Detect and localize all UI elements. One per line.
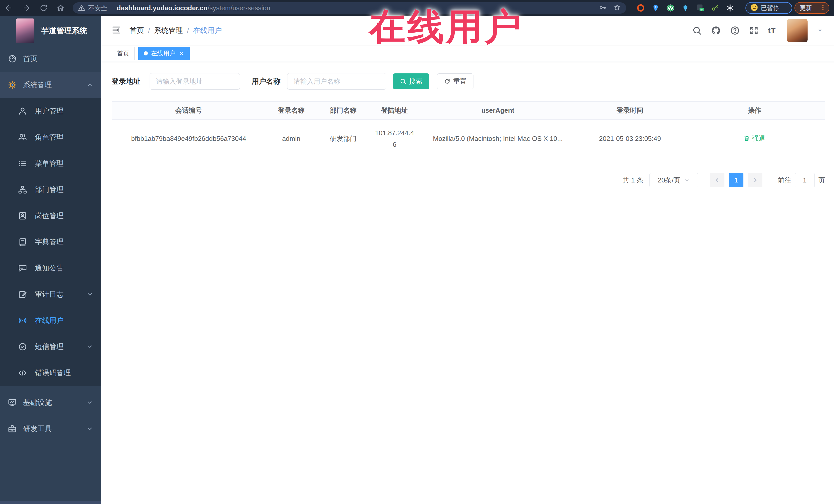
warning-icon[interactable]: [78, 4, 85, 12]
browser-back-icon[interactable]: [3, 3, 14, 13]
sidebar-item-label: 通知公告: [35, 263, 64, 273]
search-button[interactable]: 搜索: [393, 73, 429, 89]
page-content: 登录地址 用户名称 搜索 重置 会话编号登录名称部门名称登陆地址u: [101, 62, 834, 187]
fullscreen-icon[interactable]: [749, 26, 759, 36]
page-size-select[interactable]: 20条/页: [650, 173, 698, 187]
app-logo: [16, 19, 35, 43]
sidebar-item-角色管理[interactable]: 角色管理: [0, 124, 101, 150]
username-label: 用户名称: [252, 76, 281, 86]
sidebar-item-基础设施[interactable]: 基础设施: [0, 390, 101, 416]
extensions-toolbar: en: [636, 3, 735, 13]
search-button-label: 搜索: [409, 77, 422, 86]
breadcrumb: 首页/系统管理/在线用户: [130, 16, 222, 45]
hamburger-icon[interactable]: [111, 25, 123, 36]
search-icon[interactable]: [692, 26, 702, 36]
browser-profile-chip[interactable]: 已暂停: [745, 2, 792, 14]
sidebar-item-字典管理[interactable]: 字典管理: [0, 229, 101, 255]
column-header-登录名称: 登录名称: [266, 102, 317, 119]
cell-login-ip: 101.87.244.46: [370, 119, 420, 158]
sidebar-item-部门管理[interactable]: 部门管理: [0, 177, 101, 203]
cell-department: 研发部门: [317, 119, 370, 158]
tag-active-dot: [144, 51, 148, 56]
column-header-userAgent: userAgent: [420, 102, 576, 119]
column-header-操作: 操作: [684, 102, 825, 119]
caret-down-icon[interactable]: [817, 27, 824, 34]
cell-username: admin: [266, 119, 317, 158]
green-key-extension-icon[interactable]: [710, 3, 720, 13]
browser-chrome: 不安全 dashboard.yudao.iocoder.cn /system/u…: [0, 0, 834, 16]
key-icon[interactable]: [599, 4, 607, 12]
audit-log-icon: [18, 290, 27, 299]
sidebar-item-label: 短信管理: [35, 342, 64, 352]
cell-login-time: 2021-05-03 23:05:49: [576, 119, 684, 158]
kebab-menu-icon[interactable]: [820, 4, 826, 12]
next-page-button[interactable]: [748, 173, 762, 187]
font-size-icon[interactable]: tT: [768, 26, 776, 35]
sidebar-item-label: 菜单管理: [35, 159, 64, 168]
sidebar-item-研发工具[interactable]: 研发工具: [0, 416, 101, 442]
cyan-gem-extension-icon[interactable]: [681, 3, 690, 13]
browser-update-button[interactable]: 更新: [794, 2, 829, 14]
login-address-label: 登录地址: [112, 76, 140, 86]
blue-pin-extension-icon[interactable]: [651, 3, 660, 13]
login-address-input[interactable]: [150, 73, 240, 90]
sidebar-item-在线用户[interactable]: 在线用户: [0, 307, 101, 334]
sidebar-item-label: 错误码管理: [35, 368, 71, 378]
sidebar-item-审计日志[interactable]: 审计日志: [0, 281, 101, 307]
browser-home-icon[interactable]: [55, 3, 66, 13]
dashboard-icon: [8, 54, 17, 63]
user-icon: [18, 107, 27, 116]
sidebar-item-首页[interactable]: 首页: [0, 46, 101, 72]
trash-icon: [743, 135, 750, 141]
sidebar: 芋道管理系统 首页系统管理用户管理角色管理菜单管理部门管理岗位管理字典管理通知公…: [0, 16, 101, 504]
sidebar-item-用户管理[interactable]: 用户管理: [0, 98, 101, 124]
sidebar-item-label: 岗位管理: [35, 211, 64, 221]
browser-forward-icon[interactable]: [21, 3, 32, 13]
sidebar-item-label: 系统管理: [23, 80, 52, 90]
sidebar-item-系统管理[interactable]: 系统管理: [0, 72, 101, 98]
pagination-total: 共 1 条: [622, 176, 643, 185]
page-number-button[interactable]: 1: [729, 173, 743, 187]
sidebar-item-岗位管理[interactable]: 岗位管理: [0, 203, 101, 229]
tag-首页[interactable]: 首页: [112, 47, 135, 60]
sidebar-item-label: 在线用户: [35, 316, 64, 325]
breadcrumb-item-在线用户: 在线用户: [193, 26, 222, 36]
breadcrumb-item-系统管理[interactable]: 系统管理: [154, 26, 183, 36]
green-circle-extension-icon[interactable]: [666, 3, 675, 13]
reset-button[interactable]: 重置: [437, 73, 474, 89]
logo-row[interactable]: 芋道管理系统: [0, 16, 101, 46]
help-icon[interactable]: [730, 26, 740, 36]
tag-在线用户[interactable]: 在线用户: [138, 47, 190, 60]
sidebar-item-短信管理[interactable]: 短信管理: [0, 334, 101, 360]
prev-page-button[interactable]: [710, 173, 724, 187]
user-avatar[interactable]: [787, 19, 808, 42]
username-input[interactable]: [287, 73, 386, 90]
select-caret-icon: [684, 177, 690, 183]
sidebar-item-通知公告[interactable]: 通知公告: [0, 255, 101, 281]
browser-reload-icon[interactable]: [38, 3, 49, 13]
force-logout-label: 强退: [752, 134, 766, 143]
roles-icon: [18, 133, 27, 142]
github-icon[interactable]: [711, 26, 721, 36]
sidebar-item-菜单管理[interactable]: 菜单管理: [0, 150, 101, 177]
goto-page-input[interactable]: [795, 173, 815, 187]
white-asterisk-extension-icon[interactable]: [725, 3, 735, 13]
force-logout-button[interactable]: 强退: [743, 134, 766, 143]
announcement-icon: [18, 264, 27, 273]
online-users-icon: [18, 316, 27, 325]
cell-user-agent: Mozilla/5.0 (Macintosh; Intel Mac OS X 1…: [420, 119, 576, 158]
bookmark-star-icon[interactable]: [613, 4, 621, 12]
profile-status-label: 已暂停: [761, 4, 780, 12]
sidebar-item-错误码管理[interactable]: 错误码管理: [0, 360, 101, 386]
address-bar[interactable]: 不安全 dashboard.yudao.iocoder.cn /system/u…: [73, 2, 626, 14]
table-row: bfbb1ab79ba849e49fb26ddb56a73044admin研发部…: [112, 119, 825, 158]
sidebar-item-label: 首页: [23, 54, 38, 64]
sms-icon: [18, 342, 27, 351]
close-icon[interactable]: [179, 50, 184, 56]
chevron-down-icon: [86, 425, 94, 433]
orange-ring-extension-icon[interactable]: [636, 3, 646, 13]
breadcrumb-item-首页[interactable]: 首页: [130, 26, 144, 36]
svg-text:en: en: [700, 8, 703, 11]
sidebar-item-label: 部门管理: [35, 185, 64, 195]
translate-extension-icon[interactable]: en: [696, 3, 705, 13]
